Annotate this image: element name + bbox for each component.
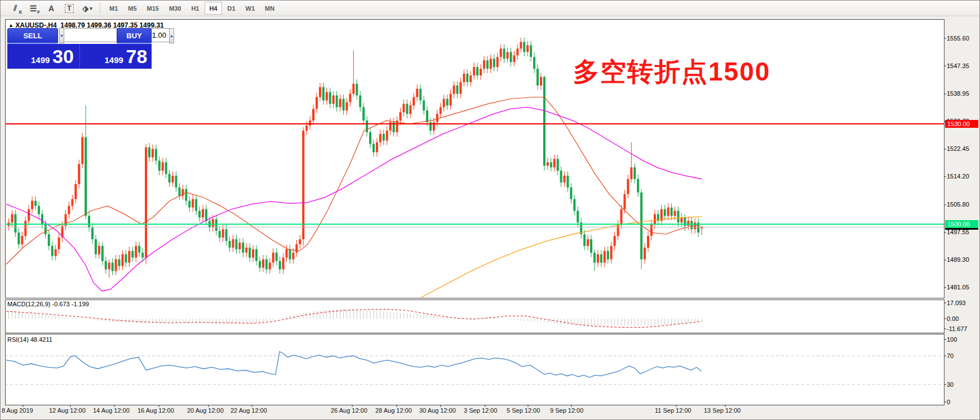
mt4-window: ⫽E☰FAT⬗▾M1M5M15M30H1H4D1W1MN ▲ XAUUSD-,H… (0, 0, 980, 420)
date-tick-label: 26 Aug 12:00 (331, 407, 367, 414)
buy-button[interactable]: BUY (117, 28, 152, 44)
price-tick-label: 1555.60 (947, 35, 969, 42)
one-click-trading-panel: SELL ▼ ▲ BUY 1499 30 1499 78 (7, 28, 152, 69)
date-tick-label: 8 Aug 2019 (2, 407, 33, 414)
date-tick-label: 5 Sep 12:00 (507, 407, 540, 414)
buy-price[interactable]: 1499 78 (80, 44, 152, 69)
price-tick-label: 1505.80 (947, 201, 969, 208)
macd-tick-label: 17.093 (947, 300, 966, 306)
macd-indicator-label: MACD(12,26,9) -0.673 -1.199 (7, 301, 89, 307)
sell-button[interactable]: SELL (7, 28, 58, 44)
date-tick-label: 22 Aug 12:00 (230, 407, 267, 414)
price-tick-label: 1547.35 (947, 62, 969, 69)
rsi-tick-label: 100 (947, 336, 957, 343)
buy-price-pips: 78 (126, 46, 148, 68)
date-tick-label: 20 Aug 12:00 (187, 407, 224, 414)
rsi-tick-label: 30 (947, 381, 954, 388)
volume-stepper: ▼ ▲ (59, 28, 116, 43)
macd-tick-label: 0.00 (947, 315, 959, 322)
chart-annotation-text: 多空转折点1500 (573, 55, 770, 90)
price-tick-label: 1522.45 (947, 145, 969, 152)
collapse-panel-icon[interactable]: ▲ (8, 23, 14, 28)
rsi-panel (6, 334, 944, 405)
price-tick-label: 1538.95 (947, 90, 969, 97)
macd-panel (6, 300, 944, 333)
price-tick-label: 1489.30 (947, 256, 969, 263)
hline-price-tag-1500.00: 1500.00 (945, 220, 978, 228)
date-tick-label: 16 Aug 12:00 (138, 407, 174, 414)
volume-decrease-button[interactable]: ▼ (59, 28, 64, 43)
hline-price-tag-1530.00: 1530.00 (945, 120, 978, 128)
rsi-indicator-label: RSI(14) 48.4211 (7, 336, 52, 343)
date-tick-label: 30 Aug 12:00 (419, 407, 456, 414)
buy-price-stem: 1499 (105, 55, 123, 65)
date-tick-label: 28 Aug 12:00 (375, 407, 412, 414)
quote-display: 1499 30 1499 78 (7, 44, 152, 69)
date-tick-label: 12 Aug 12:00 (49, 407, 86, 414)
price-tick-label: 1481.05 (947, 284, 969, 291)
date-tick-label: 11 Sep 12:00 (655, 407, 691, 414)
volume-increase-button[interactable]: ▲ (169, 28, 174, 43)
date-tick-label: 14 Aug 12:00 (93, 407, 130, 414)
rsi-tick-label: 0 (947, 399, 950, 405)
price-tick-label: 1514.20 (947, 173, 969, 180)
sell-price[interactable]: 1499 30 (7, 44, 80, 69)
sell-price-pips: 30 (52, 46, 74, 68)
macd-tick-label: -11.677 (947, 325, 968, 332)
date-tick-label: 3 Sep 12:00 (464, 407, 497, 414)
sell-price-stem: 1499 (31, 55, 50, 65)
date-tick-label: 13 Sep 12:00 (704, 407, 740, 414)
rsi-tick-label: 70 (947, 352, 954, 359)
date-tick-label: 9 Sep 12:00 (550, 407, 583, 414)
